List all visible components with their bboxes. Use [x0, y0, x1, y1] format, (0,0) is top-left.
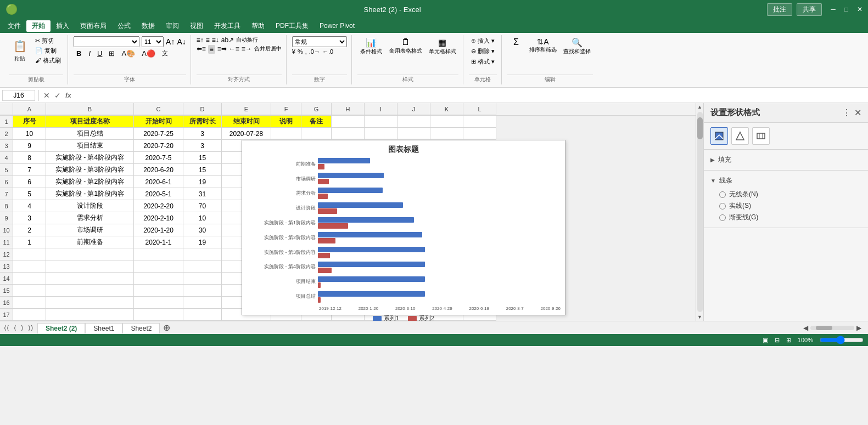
confirm-formula-icon[interactable]: ✓	[53, 91, 62, 100]
cell-d12[interactable]	[183, 248, 222, 260]
cell-d7[interactable]: 31	[183, 188, 222, 200]
cell-a8[interactable]: 4	[13, 200, 46, 212]
bold-button[interactable]: B	[74, 48, 84, 59]
cell-c8[interactable]: 2020-2-20	[134, 200, 183, 212]
cell-b6[interactable]: 实施阶段 - 第2阶段内容	[46, 176, 134, 188]
cell-c12[interactable]	[134, 248, 183, 260]
cell-c17[interactable]	[134, 309, 183, 321]
align-top-button[interactable]: ≡↑	[197, 36, 204, 44]
menu-home[interactable]: 开始	[26, 20, 51, 32]
row-header-10[interactable]: 10	[0, 224, 13, 236]
cell-d3[interactable]: 3	[183, 140, 222, 152]
cell-b17[interactable]	[46, 309, 134, 321]
shape-outline-icon[interactable]	[731, 127, 749, 145]
cell-b1[interactable]: 项目进度名称	[46, 116, 134, 128]
cell-d17[interactable]	[183, 309, 222, 321]
share-button[interactable]: 共享	[797, 3, 822, 16]
cell-a9[interactable]: 3	[13, 212, 46, 224]
cell-b15[interactable]	[46, 285, 134, 297]
col-header-g[interactable]: G	[301, 103, 332, 115]
row-header-15[interactable]: 15	[0, 285, 13, 297]
cell-i1[interactable]	[365, 116, 397, 128]
sheet-tab-sheet1[interactable]: Sheet1	[85, 323, 122, 333]
h-scroll-thumb[interactable]	[816, 326, 832, 330]
align-middle-button[interactable]: ≡	[206, 36, 210, 44]
solid-line-option[interactable]: 实线(S)	[719, 201, 853, 211]
decimal-decrease-button[interactable]: ←.0	[322, 48, 333, 55]
cell-a11[interactable]: 1	[13, 236, 46, 248]
copy-button[interactable]: 📄 复制	[33, 46, 63, 55]
comment-button[interactable]: 批注	[767, 3, 792, 16]
sheet-next-button[interactable]: ⟩	[19, 324, 25, 332]
paste-button[interactable]: 📋 粘贴	[9, 36, 31, 64]
font-shrink-button[interactable]: A↓	[177, 37, 186, 46]
col-header-f[interactable]: F	[271, 103, 301, 115]
menu-layout[interactable]: 页面布局	[75, 20, 112, 32]
cell-a6[interactable]: 6	[13, 176, 46, 188]
row-header-3[interactable]: 3	[0, 140, 13, 152]
cell-f2[interactable]	[271, 128, 301, 140]
solid-line-radio[interactable]	[719, 203, 726, 209]
col-header-c[interactable]: C	[134, 103, 183, 115]
cell-e2[interactable]: 2020-07-28	[222, 128, 271, 140]
cell-b12[interactable]	[46, 248, 134, 260]
cell-f1[interactable]: 说明	[271, 116, 301, 128]
row-header-5[interactable]: 5	[0, 164, 13, 176]
cell-a10[interactable]: 2	[13, 224, 46, 236]
sheet-first-button[interactable]: ⟨⟨	[2, 324, 11, 332]
menu-review[interactable]: 审阅	[160, 20, 184, 32]
row-header-1[interactable]: 1	[0, 116, 13, 128]
italic-button[interactable]: I	[86, 49, 93, 58]
cell-b3[interactable]: 项目结束	[46, 140, 134, 152]
col-header-k[interactable]: K	[430, 103, 463, 115]
align-bottom-button[interactable]: ≡↓	[212, 36, 219, 44]
scroll-thumb[interactable]	[697, 117, 703, 139]
cell-k1[interactable]	[430, 116, 463, 128]
cell-l1[interactable]	[463, 116, 496, 128]
align-center-button[interactable]: ≡	[208, 45, 215, 54]
decimal-increase-button[interactable]: .0→	[309, 48, 320, 55]
cell-c3[interactable]: 2020-7-20	[134, 140, 183, 152]
cell-c16[interactable]	[134, 297, 183, 309]
insert-cells-button[interactable]: ⊕ 插入 ▾	[469, 36, 497, 46]
cell-a5[interactable]: 7	[13, 164, 46, 176]
sheet-last-button[interactable]: ⟩⟩	[26, 324, 35, 332]
row-header-11[interactable]: 11	[0, 236, 13, 248]
h-scroll-right-button[interactable]: ▶	[856, 324, 861, 332]
menu-pdf[interactable]: PDF工具集	[270, 20, 314, 32]
cell-d4[interactable]: 15	[183, 152, 222, 164]
row-header-17[interactable]: 17	[0, 309, 13, 321]
view-layout-icon[interactable]: ⊟	[775, 337, 780, 344]
cell-c15[interactable]	[134, 285, 183, 297]
h-scroll-track[interactable]	[810, 326, 854, 330]
col-header-e[interactable]: E	[222, 103, 271, 115]
cell-b7[interactable]: 实施阶段 - 第1阶段内容	[46, 188, 134, 200]
scroll-track[interactable]	[697, 112, 703, 312]
cut-button[interactable]: ✂ 剪切	[33, 36, 63, 46]
cell-c1[interactable]: 开始时间	[134, 116, 183, 128]
cell-a7[interactable]: 5	[13, 188, 46, 200]
orientation-button[interactable]: ab↗	[221, 36, 234, 44]
cell-c14[interactable]	[134, 273, 183, 285]
cell-a13[interactable]	[13, 260, 46, 273]
merge-center-button[interactable]: 合并后居中	[254, 45, 282, 54]
cell-b16[interactable]	[46, 297, 134, 309]
cell-c6[interactable]: 2020-6-1	[134, 176, 183, 188]
cell-a1[interactable]: 序号	[13, 116, 46, 128]
find-button[interactable]: 🔍 查找和选择	[561, 36, 593, 56]
cell-b13[interactable]	[46, 260, 134, 273]
font-grow-button[interactable]: A↑	[166, 37, 175, 46]
h-scroll-left-button[interactable]: ◀	[803, 324, 808, 332]
cell-b8[interactable]: 设计阶段	[46, 200, 134, 212]
menu-dev[interactable]: 开发工具	[209, 20, 246, 32]
cancel-formula-icon[interactable]: ✕	[42, 91, 51, 100]
col-header-d[interactable]: D	[183, 103, 222, 115]
fill-section-header[interactable]: ▶ 填充	[710, 153, 861, 167]
maximize-button[interactable]: □	[844, 5, 848, 13]
zoom-slider[interactable]	[820, 336, 864, 344]
cell-d1[interactable]: 所需时长	[183, 116, 222, 128]
col-header-b[interactable]: B	[46, 103, 134, 115]
phonetic-button[interactable]: 文	[160, 49, 170, 58]
view-normal-icon[interactable]: ▣	[763, 337, 768, 344]
cell-k2[interactable]	[430, 128, 463, 140]
